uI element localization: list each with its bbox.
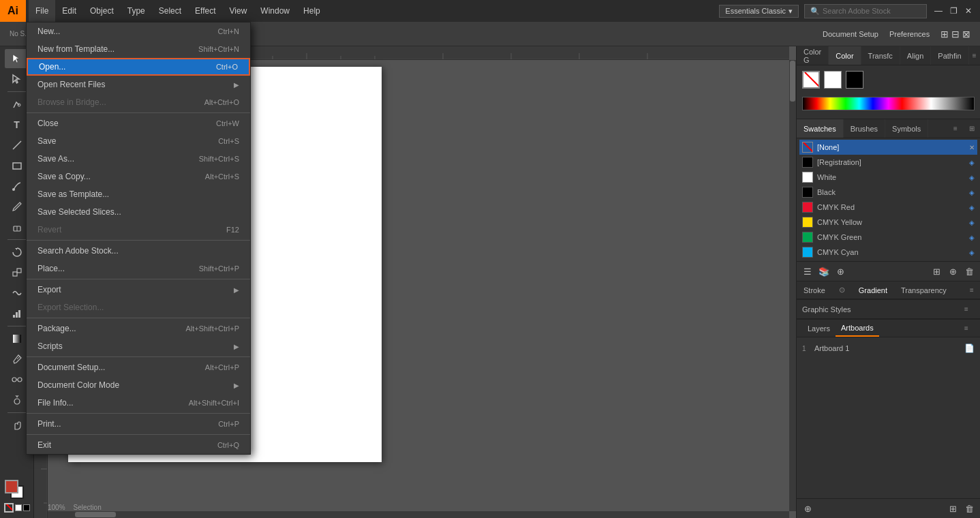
stroke-panel-menu[interactable]: ≡: [964, 281, 980, 299]
tab-pathfinder[interactable]: Pathfin: [931, 46, 968, 65]
menu-export[interactable]: Export ▶: [27, 281, 250, 299]
menu-effect[interactable]: Effect: [188, 0, 222, 22]
layers-panel: Layers Artboards ≡ 1 Artboard 1 📄 ⊕ ⊞ 🗑: [797, 320, 980, 518]
menu-document-setup-label: Document Setup...: [37, 363, 105, 372]
menu-scripts[interactable]: Scripts ▶: [27, 337, 250, 355]
document-setup-button[interactable]: Document Setup: [818, 29, 883, 40]
swatch-registration-row[interactable]: [Registration] ◈: [799, 155, 977, 170]
menu-save-as[interactable]: Save As... Shift+Ctrl+S: [27, 150, 250, 168]
tab-transform[interactable]: Transfc: [861, 46, 900, 65]
restore-button[interactable]: ❐: [947, 5, 960, 17]
tab-symbols[interactable]: Symbols: [885, 119, 928, 138]
color-swatch-white[interactable]: [824, 71, 842, 89]
menu-open[interactable]: Open... Ctrl+O: [27, 58, 250, 76]
new-swatch-btn[interactable]: ⊕: [946, 264, 960, 278]
menu-place[interactable]: Place... Shift+Ctrl+P: [27, 260, 250, 277]
swatches-grid-toggle[interactable]: ⊞: [964, 119, 980, 138]
swatch-cmyk-yellow-row[interactable]: CMYK Yellow ◈: [799, 215, 977, 230]
show-swatch-kinds-btn[interactable]: ☰: [801, 264, 814, 278]
menu-close[interactable]: Close Ctrl+W: [27, 115, 250, 132]
menu-select[interactable]: Select: [152, 0, 188, 22]
swatch-black-row[interactable]: Black ◈: [799, 185, 977, 200]
swatch-libraries-btn[interactable]: 📚: [817, 264, 831, 278]
horizontal-scroll-thumb[interactable]: [75, 512, 116, 517]
swatch-cmyk-yellow-color: [802, 217, 813, 228]
delete-swatch-btn[interactable]: 🗑: [962, 264, 976, 278]
white-color-btn[interactable]: [15, 504, 22, 511]
tab-color-g[interactable]: Color G: [797, 46, 829, 65]
tab-stroke[interactable]: Stroke: [797, 281, 832, 299]
app-logo: Ai: [0, 0, 26, 22]
menu-save-slices[interactable]: Save Selected Slices...: [27, 203, 250, 221]
preferences-button[interactable]: Preferences: [885, 29, 934, 40]
tab-layers[interactable]: Layers: [802, 320, 836, 337]
menu-new-template[interactable]: New from Template... Shift+Ctrl+N: [27, 40, 250, 58]
tab-align[interactable]: Align: [900, 46, 931, 65]
color-panel-menu[interactable]: ≡: [969, 46, 980, 65]
menu-save-template[interactable]: Save as Template...: [27, 185, 250, 203]
menu-type[interactable]: Type: [121, 0, 152, 22]
menu-color-mode[interactable]: Document Color Mode ▶: [27, 376, 250, 394]
vertical-scrollbar[interactable]: [789, 60, 796, 511]
vertical-scroll-thumb[interactable]: [790, 61, 795, 102]
swatch-cmyk-red-color: [802, 202, 813, 213]
menu-file[interactable]: File: [29, 0, 55, 22]
menu-exit[interactable]: Exit Ctrl+Q: [27, 436, 250, 454]
workspace-selector[interactable]: Essentials Classic ▾: [719, 5, 799, 18]
swatch-registration-label: [Registration]: [817, 158, 861, 166]
stroke-box[interactable]: [5, 480, 18, 493]
menu-window[interactable]: Window: [254, 0, 296, 22]
tab-artboards[interactable]: Artboards: [836, 320, 879, 337]
menu-document-setup[interactable]: Document Setup... Alt+Ctrl+P: [27, 359, 250, 376]
swatch-cmyk-red-row[interactable]: CMYK Red ◈: [799, 200, 977, 215]
swatches-panel-menu[interactable]: ≡: [947, 119, 964, 138]
color-swatch-black[interactable]: [846, 71, 863, 89]
layer-template-btn[interactable]: ⊕: [801, 502, 814, 515]
menu-package-label: Package...: [37, 324, 76, 333]
minimize-button[interactable]: —: [932, 5, 945, 17]
horizontal-scrollbar[interactable]: [48, 511, 789, 518]
svg-rect-7: [13, 272, 17, 276]
layers-bottom-toolbar: ⊕ ⊞ 🗑: [797, 498, 980, 518]
tab-swatches[interactable]: Swatches: [797, 119, 844, 138]
search-input[interactable]: [823, 7, 918, 15]
color-spectrum[interactable]: [802, 97, 975, 110]
menu-print[interactable]: Print... Ctrl+P: [27, 415, 250, 433]
menu-edit[interactable]: Edit: [55, 0, 83, 22]
layers-panel-menu[interactable]: ≡: [958, 320, 975, 337]
artboard-row-1[interactable]: 1 Artboard 1 📄: [799, 340, 977, 356]
tab-transparency[interactable]: Transparency: [894, 281, 953, 299]
swatch-cmyk-green-row[interactable]: CMYK Green ◈: [799, 230, 977, 245]
delete-artboard-btn[interactable]: 🗑: [962, 502, 976, 515]
none-color-btn[interactable]: [4, 503, 14, 513]
color-swatch-none[interactable]: [802, 71, 820, 89]
black-color-btn[interactable]: [23, 504, 30, 511]
fill-stroke-selector[interactable]: [5, 480, 29, 500]
menu-search-stock[interactable]: Search Adobe Stock...: [27, 242, 250, 260]
new-color-group-btn[interactable]: ⊞: [930, 264, 943, 278]
show-color-groups-btn[interactable]: ⊕: [833, 264, 847, 278]
menu-object[interactable]: Object: [83, 0, 121, 22]
menu-revert-label: Revert: [37, 225, 61, 234]
menu-save-copy[interactable]: Save a Copy... Alt+Ctrl+S: [27, 168, 250, 185]
menu-new[interactable]: New... Ctrl+N: [27, 22, 250, 40]
menu-view[interactable]: View: [223, 0, 254, 22]
menu-help[interactable]: Help: [296, 0, 327, 22]
arrangement-tools[interactable]: ⊞ ⊟ ⊠: [936, 27, 975, 41]
menu-file-info[interactable]: File Info... Alt+Shift+Ctrl+I: [27, 394, 250, 412]
close-button[interactable]: ✕: [962, 5, 975, 17]
swatch-none-row[interactable]: [None] ✕: [799, 140, 977, 155]
tab-stroke-circle[interactable]: ⊙: [832, 281, 852, 299]
swatch-white-row[interactable]: White ◈: [799, 170, 977, 185]
tab-gradient[interactable]: Gradient: [852, 281, 894, 299]
menu-package[interactable]: Package... Alt+Shift+Ctrl+P: [27, 320, 250, 337]
swatch-cmyk-cyan-row[interactable]: CMYK Cyan ◈: [799, 245, 977, 260]
menu-file-info-label: File Info...: [37, 398, 74, 408]
tab-brushes[interactable]: Brushes: [844, 119, 885, 138]
svg-point-3: [12, 188, 15, 191]
new-artboard-btn[interactable]: ⊞: [946, 502, 960, 515]
tab-color[interactable]: Color: [829, 46, 861, 65]
menu-open-recent[interactable]: Open Recent Files ▶: [27, 76, 250, 93]
graphic-styles-menu[interactable]: ≡: [958, 300, 975, 318]
menu-save[interactable]: Save Ctrl+S: [27, 132, 250, 150]
